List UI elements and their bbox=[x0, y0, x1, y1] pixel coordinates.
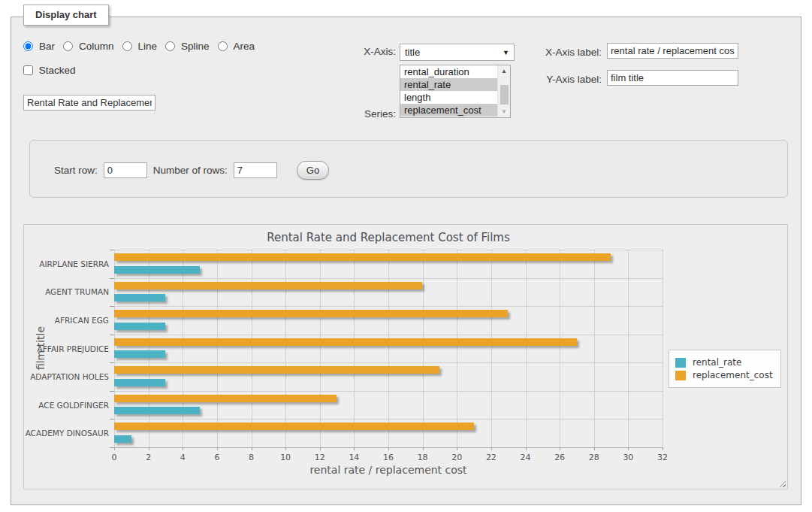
gridline bbox=[457, 250, 457, 447]
x-tick-label: 24 bbox=[515, 453, 537, 462]
fieldset-legend: Display chart bbox=[23, 5, 109, 26]
x-tick-label: 14 bbox=[343, 453, 365, 462]
x-tick-label: 20 bbox=[445, 453, 468, 462]
x-tick-mark bbox=[663, 447, 663, 450]
chart-title: Rental Rate and Replacement Cost of Film… bbox=[114, 231, 663, 244]
radio-spline[interactable] bbox=[165, 41, 175, 51]
bar-replacement-cost bbox=[114, 253, 611, 261]
x-tick-label: 18 bbox=[412, 453, 434, 462]
y-tick-mark bbox=[110, 306, 114, 307]
bar-replacement-cost bbox=[114, 338, 577, 346]
gridline bbox=[114, 362, 663, 363]
y-axis-title: film title bbox=[35, 318, 47, 378]
bar-replacement-cost bbox=[114, 423, 474, 430]
gridline bbox=[114, 419, 663, 420]
gridline bbox=[423, 250, 424, 447]
gridline bbox=[354, 250, 355, 447]
radio-line[interactable] bbox=[122, 41, 132, 51]
gridline bbox=[114, 278, 663, 279]
x-tick-label: 2 bbox=[137, 453, 160, 462]
x-tick-label: 6 bbox=[206, 453, 228, 462]
x-tick-label: 28 bbox=[583, 453, 605, 462]
gridline bbox=[114, 250, 115, 447]
legend-row: rental_rate bbox=[675, 357, 773, 368]
series-options: rental_duration rental_rate length repla… bbox=[400, 65, 497, 117]
radio-bar[interactable] bbox=[23, 41, 33, 51]
start-row-label: Start row: bbox=[54, 165, 98, 176]
y-tick-mark bbox=[110, 362, 114, 363]
bar-replacement-cost bbox=[114, 310, 508, 317]
x-axis-label-input[interactable] bbox=[607, 43, 738, 59]
scroll-up-icon[interactable]: ▲ bbox=[498, 65, 510, 77]
gridline bbox=[114, 335, 663, 335]
resize-handle-icon[interactable] bbox=[777, 479, 786, 487]
x-axis-title: rental rate / replacement cost bbox=[114, 464, 663, 476]
legend-row: replacement_cost bbox=[675, 370, 773, 380]
y-tick-mark bbox=[110, 335, 114, 335]
x-axis-select-value: title bbox=[405, 47, 420, 58]
bar-rental-rate bbox=[114, 435, 131, 443]
category-label: AIRPLANE SIERRA bbox=[25, 259, 109, 268]
series-option-rental-rate[interactable]: rental_rate bbox=[400, 78, 497, 91]
bar-replacement-cost bbox=[114, 395, 337, 402]
series-option-rental-duration[interactable]: rental_duration bbox=[400, 65, 497, 78]
gridline bbox=[388, 250, 389, 447]
chart-type-radio-group: Bar Column Line Spline Area bbox=[23, 41, 260, 52]
series-list-label: Series: bbox=[342, 108, 396, 120]
gridline bbox=[663, 250, 663, 447]
radio-column[interactable] bbox=[63, 41, 73, 51]
y-axis-label-input[interactable] bbox=[607, 70, 738, 86]
scroll-down-icon[interactable]: ▼ bbox=[498, 106, 510, 117]
gridline bbox=[491, 250, 492, 447]
radio-line-label[interactable]: Line bbox=[138, 41, 158, 52]
gridline bbox=[183, 250, 183, 447]
y-tick-mark bbox=[110, 419, 114, 420]
bar-replacement-cost bbox=[114, 366, 439, 374]
radio-area[interactable] bbox=[218, 41, 228, 51]
gridline bbox=[217, 250, 218, 447]
y-tick-mark bbox=[110, 250, 114, 250]
x-tick-label: 4 bbox=[171, 453, 194, 462]
gridline bbox=[149, 250, 149, 447]
row-range-panel: Start row: Number of rows: Go bbox=[29, 140, 788, 198]
gridline bbox=[114, 250, 663, 250]
x-tick-label: 32 bbox=[651, 453, 674, 462]
category-label: ACE GOLDFINGER bbox=[25, 401, 109, 410]
x-tick-label: 26 bbox=[548, 453, 571, 462]
gridline bbox=[114, 306, 663, 307]
legend-label: rental_rate bbox=[693, 357, 741, 368]
go-button[interactable]: Go bbox=[297, 161, 329, 180]
gridline bbox=[114, 391, 663, 392]
radio-column-label[interactable]: Column bbox=[79, 41, 114, 52]
x-axis-select[interactable]: title ▼ bbox=[400, 44, 515, 61]
series-option-length[interactable]: length bbox=[400, 91, 497, 104]
y-axis-label-caption: Y-Axis label: bbox=[542, 74, 602, 85]
bar-rental-rate bbox=[114, 407, 200, 414]
series-scrollbar[interactable]: ▲ ▼ bbox=[497, 65, 510, 117]
x-axis-line bbox=[114, 447, 663, 448]
chevron-down-icon: ▼ bbox=[503, 45, 509, 61]
legend-swatch bbox=[675, 371, 686, 380]
stacked-checkbox[interactable] bbox=[23, 65, 33, 75]
category-label: ACADEMY DINOSAUR bbox=[25, 429, 109, 438]
start-row-input[interactable] bbox=[104, 162, 147, 178]
number-of-rows-input[interactable] bbox=[234, 162, 277, 178]
radio-area-label[interactable]: Area bbox=[234, 41, 255, 52]
number-of-rows-label: Number of rows: bbox=[153, 165, 228, 176]
scrollbar-thumb[interactable] bbox=[500, 85, 509, 105]
bar-rental-rate bbox=[114, 323, 165, 330]
series-listbox[interactable]: rental_duration rental_rate length repla… bbox=[400, 65, 511, 118]
stacked-label[interactable]: Stacked bbox=[39, 65, 76, 76]
radio-spline-label[interactable]: Spline bbox=[181, 41, 210, 52]
x-tick-label: 30 bbox=[617, 453, 639, 462]
x-axis-label-caption: X-Axis label: bbox=[542, 47, 602, 58]
gridline bbox=[628, 250, 629, 447]
y-tick-mark bbox=[110, 278, 114, 279]
bar-rental-rate bbox=[114, 294, 165, 301]
chart-title-input[interactable] bbox=[23, 95, 155, 111]
x-tick-label: 22 bbox=[480, 453, 503, 462]
gridline bbox=[320, 250, 321, 447]
series-option-replacement-cost[interactable]: replacement_cost bbox=[400, 104, 497, 117]
stacked-row: Stacked bbox=[23, 65, 76, 76]
radio-bar-label[interactable]: Bar bbox=[39, 41, 55, 52]
